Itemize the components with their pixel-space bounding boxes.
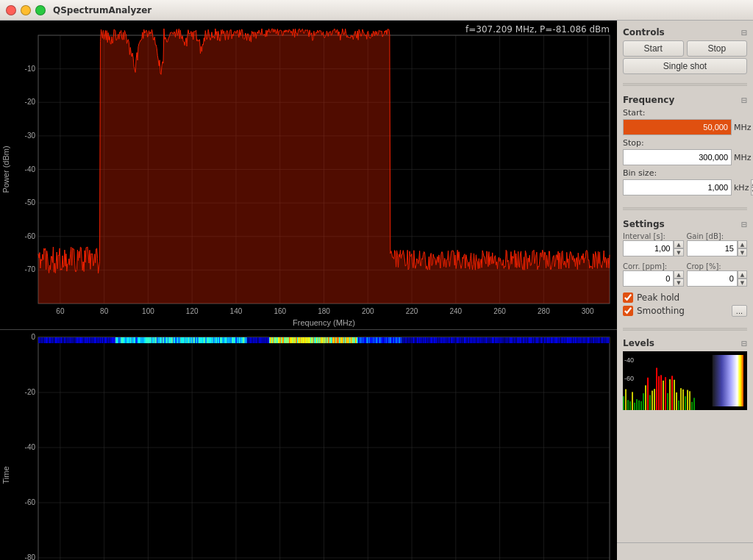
waterfall-chart — [0, 330, 617, 560]
maximize-button[interactable] — [35, 5, 46, 15]
peak-hold-checkbox[interactable] — [623, 292, 633, 303]
minimize-button[interactable] — [21, 5, 31, 15]
frequency-collapse-icon[interactable]: ⊟ — [741, 96, 747, 104]
gain-input[interactable] — [687, 240, 738, 256]
start-freq-label: Start: — [623, 108, 747, 118]
frequency-section-label: Frequency — [623, 95, 674, 105]
stop-freq-label: Stop: — [623, 138, 747, 148]
crop-down[interactable]: ▼ — [738, 279, 747, 287]
start-button[interactable]: Start — [623, 40, 684, 57]
close-button[interactable] — [6, 5, 16, 15]
peak-hold-label: Peak hold — [637, 292, 679, 303]
start-freq-unit: MHz — [734, 123, 752, 132]
levels-section: Levels ⊟ — [623, 338, 747, 410]
binsize-label: Bin size: — [623, 168, 747, 178]
spectrum-chart: f=307.209 MHz, P=-81.086 dBm — [0, 21, 617, 330]
gain-up[interactable]: ▲ — [738, 240, 747, 248]
gain-label: Gain [dB]: — [687, 232, 748, 240]
chart-area: f=307.209 MHz, P=-81.086 dBm — [0, 21, 617, 542]
crop-label: Crop [%]: — [687, 262, 748, 270]
frequency-section: Frequency ⊟ Start: MHz ▲ ▼ Stop: MHz ▲ ▼ — [623, 92, 747, 201]
stop-freq-input[interactable] — [623, 149, 732, 165]
smoothing-settings-button[interactable]: ... — [732, 305, 747, 317]
spectrum-canvas[interactable] — [0, 21, 617, 329]
smoothing-label: Smoothing — [637, 306, 685, 316]
sidebar: Controls ⊟ Start Stop Single shot Freque… — [617, 21, 753, 542]
interval-up[interactable]: ▲ — [674, 240, 683, 248]
crop-up[interactable]: ▲ — [738, 270, 747, 279]
gain-down[interactable]: ▼ — [738, 248, 747, 256]
corr-label: Corr. [ppm]: — [623, 262, 684, 270]
divider-1[interactable] — [623, 83, 747, 86]
crop-input[interactable] — [687, 270, 738, 287]
interval-input[interactable] — [623, 240, 674, 256]
levels-canvas — [623, 351, 747, 410]
corr-up[interactable]: ▲ — [674, 270, 683, 279]
divider-3[interactable] — [623, 328, 747, 331]
chart-info: f=307.209 MHz, P=-81.086 dBm — [465, 24, 610, 35]
start-freq-input[interactable] — [623, 119, 732, 135]
binsize-unit: kHz — [734, 183, 749, 193]
levels-display — [623, 351, 747, 410]
controls-collapse-icon[interactable]: ⊟ — [741, 29, 747, 37]
stop-button[interactable]: Stop — [687, 40, 748, 57]
stop-freq-unit: MHz — [734, 153, 752, 162]
settings-section-label: Settings — [623, 219, 665, 229]
corr-down[interactable]: ▼ — [674, 279, 683, 287]
waterfall-canvas[interactable] — [0, 330, 617, 560]
controls-section: Controls ⊟ Start Stop Single shot — [623, 24, 747, 77]
title-bar: QSpectrumAnalyzer — [0, 0, 753, 21]
interval-label: Interval [s]: — [623, 232, 684, 240]
window-title: QSpectrumAnalyzer — [53, 5, 151, 15]
interval-down[interactable]: ▼ — [674, 248, 683, 256]
levels-collapse-icon[interactable]: ⊟ — [741, 340, 747, 348]
divider-2[interactable] — [623, 207, 747, 210]
binsize-input[interactable] — [623, 179, 732, 195]
corr-input[interactable] — [623, 270, 674, 287]
levels-section-label: Levels — [623, 338, 654, 348]
smoothing-checkbox[interactable] — [623, 306, 633, 316]
single-shot-button[interactable]: Single shot — [623, 58, 747, 74]
window-controls[interactable] — [6, 5, 46, 15]
settings-section: Settings ⊟ Interval [s]: ▲ ▼ Gain [dB]: — [623, 216, 747, 322]
controls-section-label: Controls — [623, 27, 665, 37]
settings-collapse-icon[interactable]: ⊟ — [741, 220, 747, 229]
